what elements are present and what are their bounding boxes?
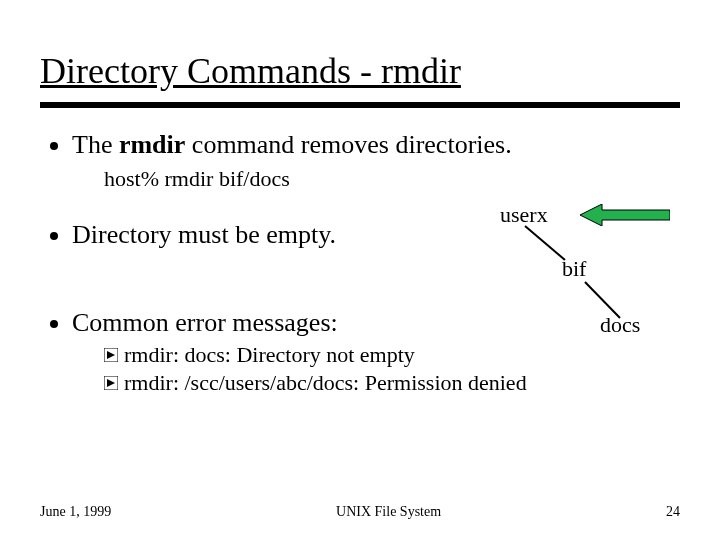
error-2-text: rmdir: /scc/users/abc/docs: Permission d… bbox=[124, 370, 527, 396]
slide-footer: June 1, 1999 UNIX File System 24 bbox=[40, 504, 680, 520]
tree-node-docs: docs bbox=[600, 312, 640, 338]
footer-center: UNIX File System bbox=[336, 504, 441, 520]
slide: Directory Commands - rmdir The rmdir com… bbox=[0, 0, 720, 540]
tree-node-userx: userx bbox=[500, 202, 548, 228]
bullet-2-text: Directory must be empty. bbox=[72, 220, 336, 250]
command-example: host% rmdir bif/docs bbox=[104, 166, 680, 192]
bullet-1-text: The rmdir command removes directories. bbox=[72, 130, 512, 160]
bullet-dot-icon bbox=[50, 232, 58, 240]
bullet-dot-icon bbox=[50, 320, 58, 328]
slide-title: Directory Commands - rmdir bbox=[40, 50, 680, 92]
svg-marker-4 bbox=[580, 204, 670, 226]
bullet-1: The rmdir command removes directories. bbox=[40, 130, 680, 160]
footer-date: June 1, 1999 bbox=[40, 504, 111, 520]
error-item-2: rmdir: /scc/users/abc/docs: Permission d… bbox=[104, 370, 680, 396]
bullet-1-pre: The bbox=[72, 130, 119, 159]
bullet-1-post: command removes directories. bbox=[185, 130, 511, 159]
footer-page: 24 bbox=[666, 504, 680, 520]
error-1-text: rmdir: docs: Directory not empty bbox=[124, 342, 415, 368]
tree-node-bif: bif bbox=[562, 256, 586, 282]
title-rule bbox=[40, 102, 680, 108]
arrow-right-icon bbox=[104, 348, 118, 362]
bullet-dot-icon bbox=[50, 142, 58, 150]
arrow-right-icon bbox=[104, 376, 118, 390]
green-arrow-icon bbox=[580, 204, 670, 226]
bullet-1-bold: rmdir bbox=[119, 130, 185, 159]
bullet-3-text: Common error messages: bbox=[72, 308, 338, 338]
svg-line-2 bbox=[525, 226, 565, 260]
